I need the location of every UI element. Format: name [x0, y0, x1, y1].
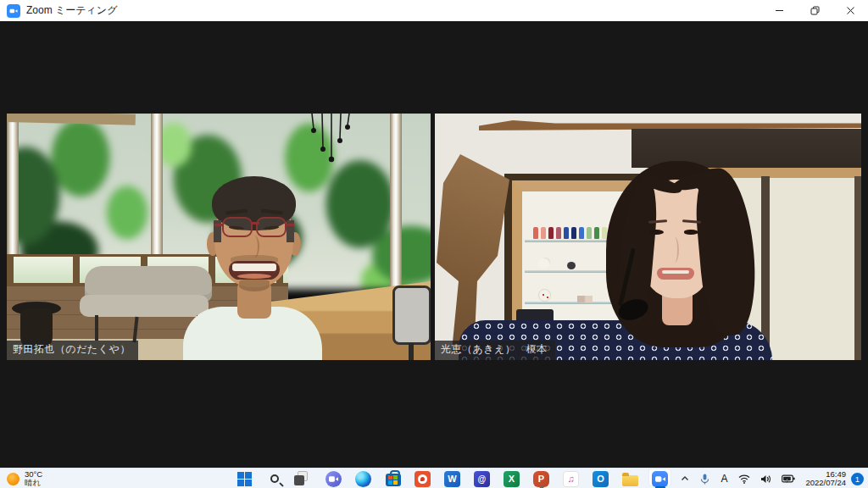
window-titlebar: Zoom ミーティング: [0, 0, 868, 21]
wifi-tray-button[interactable]: [733, 469, 755, 488]
word-button[interactable]: W: [437, 469, 467, 488]
zoom-taskbar-button[interactable]: [645, 469, 675, 488]
zoom-app-icon: [7, 4, 20, 18]
taskbar-apps: W @ X P ♫ O: [230, 469, 675, 488]
mail-app-icon: @: [474, 471, 490, 487]
pendant-lamp: [303, 114, 358, 166]
video-tile-right[interactable]: 光恵（あきえ） 榎本: [435, 114, 861, 360]
meeting-stage: 野田拓也（のだたくや）: [0, 21, 868, 468]
excel-icon: X: [504, 471, 520, 487]
windows-logo-icon: [237, 472, 252, 486]
system-tray: A 16:49 2022/07/24 1: [675, 469, 868, 488]
file-explorer-button[interactable]: [615, 469, 645, 488]
taskbar-clock[interactable]: 16:49 2022/07/24: [800, 469, 849, 488]
office-chair: [392, 286, 431, 345]
participant-name-tag: 野田拓也（のだたくや）: [7, 341, 138, 360]
participant-woman: [596, 156, 774, 360]
search-button[interactable]: [259, 469, 289, 488]
participant-name-tag: 光恵（あきえ） 榎本: [435, 341, 555, 360]
chat-button[interactable]: [319, 469, 348, 488]
mail-app-button[interactable]: @: [467, 469, 497, 488]
itunes-button[interactable]: ♫: [556, 469, 586, 488]
participant-man: [176, 173, 329, 360]
store-button[interactable]: [378, 469, 408, 488]
wifi-icon: [738, 474, 750, 484]
titlebar-left: Zoom ミーティング: [0, 3, 117, 18]
weather-condition: 晴れ: [25, 479, 41, 487]
edge-button[interactable]: [348, 469, 378, 488]
close-button[interactable]: [832, 0, 868, 21]
notification-badge: 1: [851, 473, 864, 485]
orange-app-icon: [415, 471, 431, 487]
file-explorer-icon: [622, 475, 638, 486]
excel-button[interactable]: X: [497, 469, 526, 488]
window-controls: [761, 0, 868, 21]
outlook-button[interactable]: O: [586, 469, 615, 488]
battery-icon: [782, 474, 795, 483]
powerpoint-icon: P: [533, 471, 549, 487]
clock-date: 2022/07/24: [805, 479, 846, 488]
search-icon: [270, 474, 279, 483]
tray-overflow-button[interactable]: [675, 469, 695, 488]
powerpoint-button[interactable]: P: [526, 469, 556, 488]
teams-chat-icon: [326, 471, 342, 487]
chevron-up-icon: [680, 474, 690, 483]
restore-button[interactable]: [797, 0, 832, 21]
start-button[interactable]: [230, 469, 259, 488]
shelf-ornament: [538, 258, 549, 269]
zoom-icon: [652, 471, 668, 487]
dotted-pot: [538, 289, 551, 302]
word-icon: W: [444, 471, 460, 487]
notification-center-button[interactable]: 1: [849, 469, 868, 488]
orange-app-button[interactable]: [408, 469, 437, 488]
window-title: Zoom ミーティング: [26, 3, 117, 18]
microphone-icon: [700, 474, 709, 485]
volume-tray-button[interactable]: [755, 469, 776, 488]
outlook-icon: O: [593, 471, 609, 487]
battery-tray-button[interactable]: [776, 469, 800, 488]
taskbar: 30°C 晴れ: [0, 468, 868, 488]
glass-mullion: [390, 114, 402, 291]
nail-polish-bottles: [533, 227, 538, 239]
sun-icon: [7, 473, 19, 485]
microsoft-store-icon: [386, 474, 401, 486]
edge-icon: [355, 471, 371, 487]
task-view-button[interactable]: [289, 469, 319, 488]
ime-indicator[interactable]: A: [715, 469, 733, 488]
desktop-screen: Zoom ミーティング: [0, 0, 868, 488]
close-icon: [846, 6, 855, 15]
itunes-icon: ♫: [563, 471, 579, 487]
weather-widget[interactable]: 30°C 晴れ: [7, 469, 42, 488]
minimize-icon: [775, 6, 784, 15]
restore-icon: [810, 6, 820, 15]
speaker-icon: [760, 474, 771, 484]
microphone-tray-button[interactable]: [695, 469, 715, 488]
minimize-button[interactable]: [761, 0, 797, 21]
video-tile-left[interactable]: 野田拓也（のだたくや）: [7, 114, 431, 360]
